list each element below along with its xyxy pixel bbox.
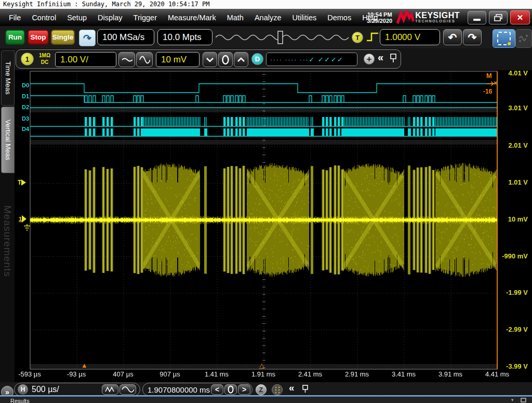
clock: 10:54 PM 3/29/2020 — [367, 11, 392, 24]
zoom-select-button[interactable] — [493, 29, 515, 48]
position-zero-button[interactable] — [224, 384, 237, 395]
single-button[interactable]: Single — [51, 30, 75, 45]
menu-items: FileControlSetupDisplayTriggerMeasure/Ma… — [0, 12, 386, 23]
channel-1-button[interactable]: 1 — [21, 53, 34, 66]
time-label-2: 407 µs — [113, 370, 133, 378]
trigger-level-marker[interactable]: T — [18, 179, 26, 186]
offset-up-button[interactable] — [234, 52, 248, 67]
timebase-zoom-in-button[interactable] — [119, 384, 136, 395]
results-label: Results — [10, 398, 30, 403]
redo-button[interactable]: ↷ — [463, 29, 482, 45]
digital-label-d0: D0 — [16, 82, 29, 88]
menu-bar: FileControlSetupDisplayTriggerMeasure/Ma… — [0, 9, 532, 26]
close-button[interactable]: ✕ — [510, 10, 530, 24]
menu-item-control[interactable]: Control — [29, 12, 59, 23]
scale-increase-button[interactable] — [136, 52, 153, 67]
menu-item-trigger[interactable]: Trigger — [131, 12, 159, 23]
compressed-wave-icon — [104, 386, 116, 393]
grid-options-button[interactable] — [272, 384, 283, 395]
close-icon: ✕ — [517, 13, 524, 22]
brand-name: KEYSIGHT — [415, 11, 460, 19]
large-wave-icon — [139, 54, 150, 66]
scale-decrease-button[interactable] — [118, 52, 135, 67]
trigger-time-marker-icon[interactable]: ▲ — [81, 361, 88, 369]
menu-item-demos[interactable]: Demos — [325, 12, 354, 23]
time-label-4: 1.41 ms — [205, 370, 229, 378]
menu-item-math[interactable]: Math — [224, 12, 246, 23]
time-label-10: 4.41 ms — [485, 370, 509, 378]
redo-icon: ↷ — [468, 31, 477, 44]
voltage-label-4: 10 mV — [497, 215, 528, 223]
voltage-label-1: 3.01 V — [497, 104, 528, 112]
oscilloscope-application-window: { "title_bar": { "text": "Keysight Infin… — [0, 0, 532, 403]
horizontal-delay-slider[interactable] — [216, 30, 350, 45]
position-left-button[interactable]: < — [211, 384, 223, 395]
horizontal-button[interactable]: H — [18, 384, 28, 395]
channel-coupling-button[interactable]: 1MΩ DC — [36, 52, 53, 66]
voltage-label-3: 1.01 V — [497, 178, 528, 186]
oval-icon — [227, 385, 234, 394]
stop-button[interactable]: Stop — [28, 30, 49, 45]
panel-window-icon[interactable] — [521, 398, 526, 402]
touch-button[interactable]: ↷ — [79, 30, 96, 46]
waveform-arrows-icon — [518, 34, 529, 43]
pin-bottom-bar-button[interactable] — [302, 384, 309, 394]
memory-depth-display: 10.0 Mpts — [157, 29, 212, 45]
trigger-level-display[interactable]: 1.0000 V — [380, 29, 440, 45]
menu-item-analyze[interactable]: Analyze — [252, 12, 284, 23]
time-label-0: -593 µs — [18, 370, 41, 378]
trigger-edge-icon[interactable] — [366, 31, 379, 43]
menu-item-display[interactable]: Display — [95, 12, 125, 23]
pin-icon — [390, 53, 397, 63]
voltage-label-7: -2.99 V — [497, 326, 528, 333]
tab-vertical-meas[interactable]: Vertical Meas — [1, 107, 15, 173]
channel-1-ground-marker[interactable]: 1 — [19, 215, 26, 223]
menu-item-utilities[interactable]: Utilities — [289, 12, 319, 23]
offset-down-button[interactable] — [203, 52, 217, 67]
trigger-marker-arrow-icon — [21, 179, 26, 186]
digital-label-d2: D2 — [16, 104, 29, 110]
vertical-offset-display[interactable]: 10 mV — [156, 52, 200, 67]
restore-button[interactable] — [489, 11, 508, 24]
clock-date: 3/29/2020 — [367, 18, 392, 24]
vertical-scale-display[interactable]: 1.00 V/ — [55, 52, 116, 67]
menu-item-setup[interactable]: Setup — [64, 12, 89, 23]
horizontal-position-display[interactable]: 1.9070800000 ms — [148, 385, 210, 394]
collapse-bar-button[interactable]: « — [378, 51, 383, 63]
caret-down-icon[interactable]: ▾ — [511, 397, 514, 402]
minimize-button[interactable] — [468, 11, 486, 24]
chevron-up-icon — [237, 57, 245, 62]
horizontal-reference-marker-icon[interactable]: △ — [259, 361, 264, 369]
offset-zero-button[interactable] — [218, 52, 233, 67]
timebase-zoom-out-button[interactable] — [102, 384, 118, 395]
trigger-source-button[interactable]: T — [352, 32, 363, 43]
digital-status-display[interactable]: ···· ···· ···✓ ✓✓✓✓ — [266, 53, 357, 66]
time-label-7: 2.91 ms — [345, 370, 369, 378]
menu-item-measure-mark[interactable]: Measure/Mark — [165, 12, 219, 23]
undo-button[interactable]: ↶ — [443, 29, 462, 45]
selection-box-icon — [497, 32, 511, 45]
digital-channels-button[interactable]: D — [251, 53, 263, 65]
zoom-mode-button[interactable]: Z — [256, 384, 267, 395]
pin-bar-button[interactable] — [390, 53, 397, 63]
small-wave-icon — [121, 56, 132, 63]
menu-item-file[interactable]: File — [6, 12, 23, 23]
pin-icon — [302, 384, 309, 394]
marker-m-label: M — [486, 72, 492, 80]
minimize-icon — [473, 19, 481, 21]
trigger-marker-letter: T — [18, 179, 21, 186]
sine-slider-icon — [216, 30, 350, 45]
voltage-label-8: -3.99 V — [497, 362, 528, 370]
timebase-display[interactable]: 500 µs/ — [32, 385, 59, 394]
add-channel-button[interactable]: + — [364, 54, 375, 64]
collapse-bottom-bar-button[interactable]: « — [289, 382, 295, 394]
window-title: Keysight Infiniium : Sunday, March 29, 2… — [0, 0, 532, 9]
brand-sub: TECHNOLOGIES — [415, 19, 455, 23]
run-button[interactable]: Run — [5, 30, 25, 45]
position-right-button[interactable]: > — [238, 384, 250, 395]
touch-arrow-icon: ↷ — [83, 32, 91, 44]
dots-grid-icon — [274, 386, 281, 394]
restore-icon — [494, 14, 502, 21]
tab-time-meas[interactable]: Time Meas — [1, 50, 15, 106]
impedance-label: 1MΩ — [36, 52, 53, 59]
